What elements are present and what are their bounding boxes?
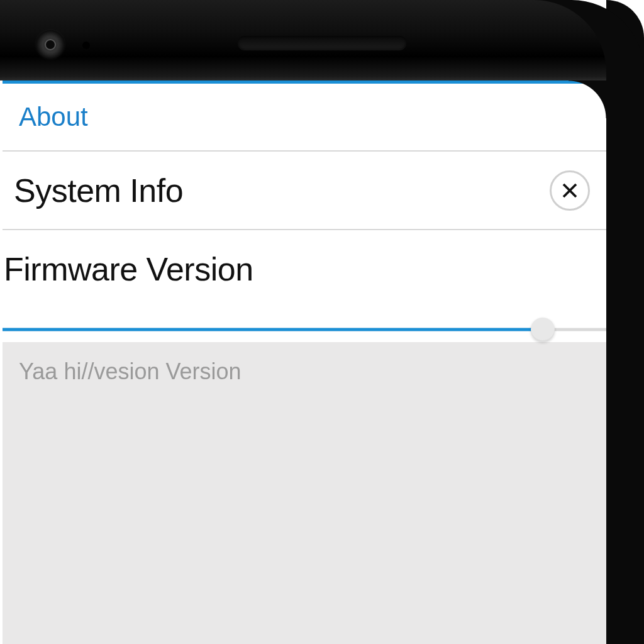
close-button[interactable] — [550, 170, 590, 211]
content-body: Yaa hi//vesion Version — [3, 342, 606, 644]
firmware-section: Firmware Version — [3, 230, 606, 342]
panel-title: System Info — [14, 172, 183, 209]
about-header[interactable]: About — [3, 84, 606, 152]
front-camera-icon — [36, 30, 65, 59]
firmware-slider[interactable] — [3, 317, 606, 342]
screen: About System Info Firmware Version Yaa h… — [3, 80, 606, 644]
firmware-label: Firmware Version — [3, 250, 606, 288]
device-frame: About System Info Firmware Version Yaa h… — [0, 0, 644, 644]
close-icon — [560, 181, 579, 200]
slider-fill — [3, 328, 543, 331]
version-placeholder: Yaa hi//vesion Version — [19, 358, 590, 385]
slider-thumb[interactable] — [531, 318, 555, 341]
earpiece-speaker-icon — [238, 36, 406, 50]
system-info-header: System Info — [3, 152, 606, 230]
about-header-label: About — [19, 102, 88, 132]
proximity-sensor-icon — [82, 42, 90, 49]
